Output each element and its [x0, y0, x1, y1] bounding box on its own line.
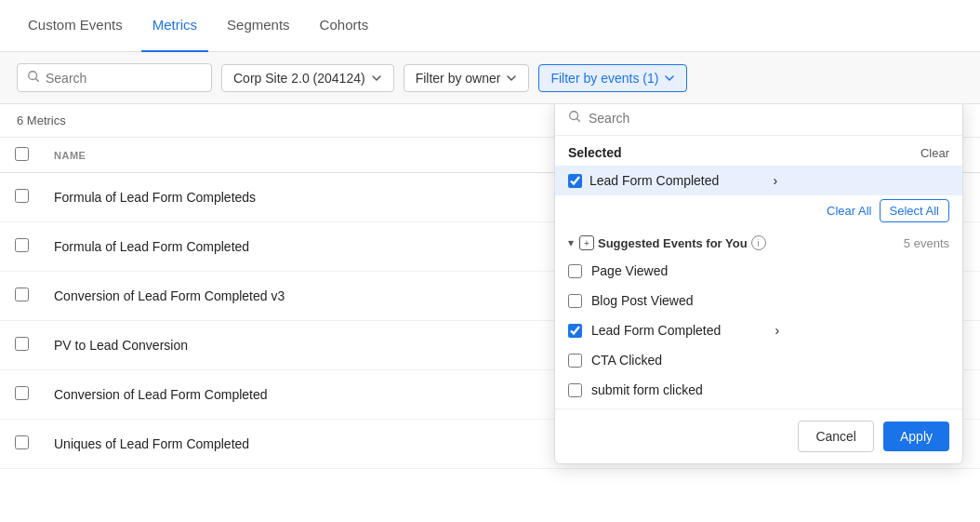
row-name: PV to Lead Conversion — [43, 321, 561, 370]
event-label: Lead Form Completed — [591, 323, 766, 338]
event-checkbox-cta[interactable] — [568, 354, 582, 368]
panel-actions: Clear All Select All — [555, 195, 962, 230]
panel-search-input[interactable] — [589, 111, 949, 126]
row-checkbox[interactable] — [15, 386, 29, 400]
select-all-button[interactable]: Select All — [880, 199, 949, 222]
filter-events-panel: Selected Clear Lead Form Completed › Cle… — [554, 104, 963, 464]
suggested-events-icon: + — [579, 235, 594, 250]
event-label: Page Viewed — [591, 263, 949, 278]
tab-segments[interactable]: Segments — [216, 0, 301, 52]
row-checkbox[interactable] — [15, 288, 29, 301]
event-item-blog-viewed[interactable]: Blog Post Viewed — [555, 286, 962, 315]
row-name: Uniques of Lead Form Completed — [43, 420, 561, 469]
event-label: Blog Post Viewed — [591, 293, 949, 308]
main-content: 6 Metrics NAME CREA Formula of Lead Form… — [0, 104, 980, 522]
row-name: Formula of Lead Form Completeds — [43, 173, 561, 222]
panel-search-area — [555, 104, 962, 136]
selected-item-label: Lead Form Completed — [589, 173, 766, 188]
event-label: CTA Clicked — [591, 353, 949, 368]
row-checkbox[interactable] — [15, 337, 29, 351]
event-checkbox-page-viewed[interactable] — [568, 264, 582, 278]
panel-footer: Cancel Apply — [555, 408, 962, 463]
chevron-right-icon: › — [775, 323, 950, 338]
svg-line-3 — [576, 118, 579, 121]
chevron-right-icon: › — [774, 173, 950, 188]
event-checkbox-submit[interactable] — [568, 383, 582, 397]
selected-item: Lead Form Completed › — [555, 166, 962, 195]
info-icon[interactable]: i — [751, 235, 766, 250]
row-name: Formula of Lead Form Completed — [43, 222, 561, 272]
search-icon — [27, 70, 40, 86]
clear-all-button[interactable]: Clear All — [827, 199, 871, 222]
panel-selected-header: Selected Clear — [555, 136, 962, 166]
cancel-button[interactable]: Cancel — [798, 421, 874, 452]
tab-custom-events[interactable]: Custom Events — [17, 0, 134, 52]
panel-search-icon — [568, 110, 581, 126]
toolbar: Corp Site 2.0 (204124) Filter by owner F… — [0, 52, 980, 104]
apply-button[interactable]: Apply — [883, 422, 949, 451]
events-count: 5 events — [904, 236, 949, 250]
search-input[interactable] — [46, 71, 202, 86]
event-item-submit-form[interactable]: submit form clicked — [555, 375, 962, 405]
filter-events-dropdown[interactable]: Filter by events (1) — [538, 64, 687, 92]
corp-dropdown[interactable]: Corp Site 2.0 (204124) — [221, 64, 394, 92]
tab-cohorts[interactable]: Cohorts — [309, 0, 380, 52]
filter-owner-dropdown[interactable]: Filter by owner — [404, 64, 530, 92]
row-name: Conversion of Lead Form Completed v3 — [43, 272, 561, 321]
event-list: Page Viewed Blog Post Viewed Lead Form C… — [555, 256, 962, 405]
suggested-label: Suggested Events for You — [598, 236, 748, 250]
clear-button[interactable]: Clear — [920, 146, 949, 160]
tabs-bar: Custom Events Metrics Segments Cohorts — [0, 0, 980, 52]
col-name: NAME — [43, 138, 561, 173]
svg-line-1 — [35, 78, 38, 81]
event-item-page-viewed[interactable]: Page Viewed — [555, 256, 962, 286]
event-item-cta-clicked[interactable]: CTA Clicked — [555, 345, 962, 375]
event-label: submit form clicked — [591, 382, 949, 397]
select-all-checkbox[interactable] — [15, 147, 29, 161]
selected-label: Selected — [568, 145, 622, 160]
collapse-icon[interactable]: ▾ — [568, 236, 574, 249]
row-checkbox[interactable] — [15, 189, 29, 203]
row-checkbox[interactable] — [15, 238, 29, 252]
selected-item-checkbox[interactable] — [568, 174, 582, 188]
event-checkbox-lead-form[interactable] — [568, 324, 582, 338]
event-item-lead-form[interactable]: Lead Form Completed › — [555, 315, 962, 345]
search-box — [17, 63, 212, 92]
tab-metrics[interactable]: Metrics — [141, 0, 208, 52]
event-checkbox-blog-viewed[interactable] — [568, 294, 582, 308]
row-checkbox[interactable] — [15, 435, 29, 449]
suggested-header: ▾ + Suggested Events for You i 5 events — [555, 230, 962, 256]
row-name: Conversion of Lead Form Completed — [43, 370, 561, 420]
